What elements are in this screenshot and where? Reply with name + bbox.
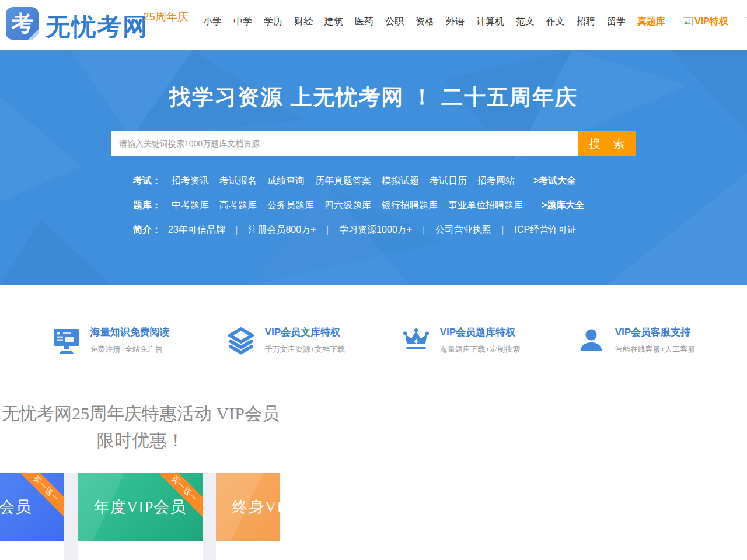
nav-item-composition[interactable]: 作文	[546, 16, 565, 28]
nav-item-study-abroad[interactable]: 留学	[607, 16, 626, 28]
intro-members[interactable]: 注册会员800万+	[248, 224, 316, 236]
link-tiku-all[interactable]: >题库大全	[542, 200, 584, 212]
page: 考 无忧考网 25周年庆 小学 中学 学历 财经 建筑 医药 公职 资格 外语 …	[0, 0, 747, 560]
feature-subtitle: 智能在线客服+人工客服	[615, 344, 696, 355]
monitor-icon	[53, 326, 81, 355]
intro-icp[interactable]: ICP经营许可证	[514, 224, 577, 236]
hero-quick-links: 考试： 招考资讯 考试报名 成绩查询 历年真题答案 模拟试题 考试日历 招考网站…	[133, 169, 584, 242]
vip-card-name: 终身VIP会员	[232, 496, 280, 517]
search-bar: 搜 索	[111, 131, 636, 156]
intro-row: 简介： 23年可信品牌 ｜ 注册会员800万+ ｜ 学习资源1000万+ ｜ 公…	[133, 218, 584, 242]
feature-row: 海量知识免费阅读 免费注册+全站免广告 VIP会员文库特权 千万文库资源+文档下…	[23, 326, 724, 355]
separator: ｜	[419, 224, 428, 236]
link-civil-tiku[interactable]: 公务员题库	[267, 200, 314, 212]
broken-image-icon	[683, 18, 693, 26]
vip-card-header: 终身VIP会员 买一送一	[216, 473, 280, 541]
link-cet-tiku[interactable]: 四六级题库	[324, 200, 371, 212]
hero-title: 找学习资源 上无忧考网 ！ 二十五周年庆	[0, 83, 747, 112]
separator: ｜	[323, 224, 333, 236]
nav-item-computer[interactable]: 计算机	[476, 16, 504, 28]
feature-title[interactable]: VIP会员题库特权	[440, 326, 521, 339]
nav-item-primary-school[interactable]: 小学	[203, 16, 222, 28]
site-name[interactable]: 无忧考网	[46, 10, 148, 43]
feature-free-reading: 海量知识免费阅读 免费注册+全站免广告	[23, 326, 198, 355]
user-icon	[577, 326, 605, 355]
link-exam-register[interactable]: 考试报名	[219, 175, 257, 187]
intro-resources[interactable]: 学习资源1000万+	[339, 224, 412, 236]
search-button[interactable]: 搜 索	[578, 131, 636, 156]
tiku-links-row: 题库： 中考题库 高考题库 公务员题库 四六级题库 银行招聘题库 事业单位招聘题…	[133, 193, 584, 218]
feature-title[interactable]: VIP会员文库特权	[265, 326, 345, 339]
nav-item-foreign-language[interactable]: 外语	[446, 16, 465, 28]
vip-card-annual[interactable]: 年度VIP会员 买一送一	[78, 473, 203, 560]
nav-item-vip-privilege[interactable]: VIP特权	[683, 16, 728, 28]
nav-item-middle-school[interactable]: 中学	[233, 16, 252, 28]
link-institution-tiku[interactable]: 事业单位招聘题库	[448, 200, 523, 212]
link-exam-all[interactable]: >考试大全	[533, 175, 576, 187]
feature-library-privilege: VIP会员文库特权 千万文库资源+文档下载	[198, 326, 374, 355]
nav-item-construction[interactable]: 建筑	[324, 16, 343, 28]
nav-item-degree[interactable]: 学历	[264, 16, 282, 28]
feature-support: VIP会员客服支持 智能在线客服+人工客服	[549, 326, 724, 355]
vip-card-header: VIP会员 买一送一	[0, 473, 64, 541]
anniversary-badge: 25周年庆	[143, 9, 189, 24]
nav-vip-label: VIP特权	[694, 16, 728, 28]
nav-item-real-question-bank[interactable]: 真题库	[637, 16, 665, 28]
feature-title[interactable]: 海量知识免费阅读	[90, 326, 170, 339]
row-label-tiku: 题库：	[133, 200, 161, 212]
vip-card-name: VIP会员	[0, 496, 32, 517]
feature-subtitle: 免费注册+全站免广告	[90, 344, 170, 355]
feature-subtitle: 千万文库资源+文档下载	[265, 344, 345, 355]
row-label-exam: 考试：	[133, 175, 161, 187]
nav-item-finance[interactable]: 财经	[294, 16, 313, 28]
link-exam-calendar[interactable]: 考试日历	[430, 175, 467, 187]
vip-card-monthly[interactable]: VIP会员 买一送一	[0, 473, 64, 560]
vip-card-strip: VIP会员 买一送一 年度VIP会员 买一送一 终身VIP会员 买一送一	[0, 473, 280, 560]
link-score-query[interactable]: 成绩查询	[267, 175, 305, 187]
nav-item-model-essay[interactable]: 范文	[516, 16, 535, 28]
exam-links-row: 考试： 招考资讯 考试报名 成绩查询 历年真题答案 模拟试题 考试日历 招考网站…	[133, 169, 584, 193]
link-bank-tiku[interactable]: 银行招聘题库	[382, 200, 438, 212]
vip-card-header: 年度VIP会员 买一送一	[78, 473, 203, 541]
vip-card-row: VIP会员 买一送一 年度VIP会员 买一送一 终身VIP会员 买一送一	[0, 473, 280, 560]
link-zhongkao-tiku[interactable]: 中考题库	[172, 200, 209, 212]
vip-card-lifetime[interactable]: 终身VIP会员 买一送一	[216, 473, 280, 560]
promo-section-title: 无忧考网25周年庆特惠活动 VIP会员限时优惠！	[0, 400, 281, 454]
link-exam-news[interactable]: 招考资讯	[172, 175, 209, 187]
feature-tiku-privilege: VIP会员题库特权 海量题库下载+定制搜索	[374, 326, 549, 355]
crown-icon	[402, 326, 430, 355]
intro-brand[interactable]: 23年可信品牌	[168, 224, 225, 236]
intro-license[interactable]: 公司营业执照	[435, 224, 491, 236]
vip-card-name: 年度VIP会员	[94, 496, 187, 517]
top-nav: 小学 中学 学历 财经 建筑 医药 公职 资格 外语 计算机 范文 作文 招聘 …	[203, 16, 747, 28]
search-input[interactable]	[111, 131, 578, 156]
layers-icon	[227, 326, 255, 355]
logo-glyph: 考	[11, 12, 33, 34]
nav-item-qualification[interactable]: 资格	[416, 16, 434, 28]
separator: ｜	[232, 224, 242, 236]
feature-subtitle: 海量题库下载+定制搜索	[440, 344, 521, 355]
link-gaokao-tiku[interactable]: 高考题库	[219, 200, 257, 212]
nav-item-recruitment[interactable]: 招聘	[577, 16, 595, 28]
feature-title[interactable]: VIP会员客服支持	[615, 326, 696, 339]
nav-item-medical[interactable]: 医药	[355, 16, 374, 28]
hero-banner: 找学习资源 上无忧考网 ！ 二十五周年庆 搜 索 考试： 招考资讯 考试报名 成…	[0, 50, 747, 285]
separator: ｜	[498, 224, 508, 236]
header: 考 无忧考网 25周年庆 小学 中学 学历 财经 建筑 医药 公职 资格 外语 …	[0, 0, 747, 50]
link-exam-sites[interactable]: 招考网站	[477, 175, 515, 187]
link-past-answers[interactable]: 历年真题答案	[315, 175, 371, 187]
site-logo[interactable]: 考	[6, 7, 39, 40]
row-label-intro: 简介：	[133, 224, 161, 236]
link-mock-tests[interactable]: 模拟试题	[382, 175, 419, 187]
nav-item-civil-service[interactable]: 公职	[385, 16, 404, 28]
